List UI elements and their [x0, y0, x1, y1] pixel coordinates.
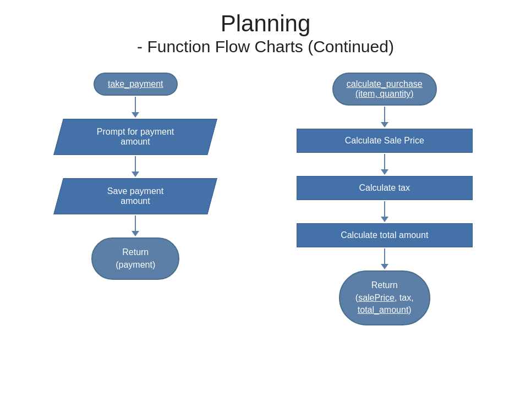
title-line2: - Function Flow Charts (Continued) [0, 37, 531, 56]
right-end-label: Return(salePrice, tax,total_amount) [355, 280, 414, 314]
arrow-line [135, 156, 136, 172]
left-para2-label: Save paymentamount [70, 186, 201, 206]
right-rect1: Calculate Sale Price [297, 129, 473, 153]
right-rect2-label: Calculate tax [359, 183, 410, 192]
right-start-label: calculate_purchase(item, quantity) [347, 79, 423, 98]
arrow-head [381, 264, 388, 269]
right-flow: calculate_purchase(item, quantity) Calcu… [297, 73, 473, 325]
left-end-oval: Return(payment) [91, 237, 179, 280]
arrow-3-right [381, 201, 388, 222]
left-para1: Prompt for paymentamount [53, 119, 217, 155]
right-rect3-label: Calculate total amount [341, 230, 428, 240]
left-para1-label: Prompt for paymentamount [70, 127, 201, 147]
left-para2: Save paymentamount [53, 178, 217, 214]
left-para1-wrapper: Prompt for paymentamount [58, 119, 212, 155]
arrow-line [384, 107, 385, 122]
arrow-head [381, 122, 388, 128]
arrow-line [384, 154, 385, 169]
arrow-head [132, 172, 139, 177]
arrow-head [381, 169, 388, 175]
left-end-label: Return(payment) [116, 247, 155, 269]
arrow-2-left [132, 156, 139, 177]
arrow-line [135, 97, 136, 112]
right-end-oval: Return(salePrice, tax,total_amount) [339, 270, 430, 325]
arrow-head [132, 112, 139, 118]
arrow-line [135, 215, 136, 231]
arrow-4-right [381, 248, 388, 269]
right-rect2: Calculate tax [297, 176, 473, 200]
arrow-2-right [381, 154, 388, 175]
arrow-3-left [132, 215, 139, 236]
title-line1: Planning [0, 10, 531, 37]
right-rect1-label: Calculate Sale Price [345, 136, 424, 145]
left-para2-wrapper: Save paymentamount [58, 178, 212, 214]
left-start-label: take_payment [108, 79, 163, 89]
arrow-head [381, 217, 388, 222]
arrow-head [132, 231, 139, 236]
flowcharts-container: take_payment Prompt for paymentamount Sa… [0, 62, 531, 325]
arrow-1-right [381, 107, 388, 128]
right-rect3: Calculate total amount [297, 223, 473, 247]
arrow-line [384, 248, 385, 264]
left-start-oval: take_payment [94, 73, 178, 96]
arrow-line [384, 201, 385, 217]
left-flow: take_payment Prompt for paymentamount Sa… [58, 73, 212, 280]
arrow-1-left [132, 97, 139, 118]
page-title: Planning - Function Flow Charts (Continu… [0, 0, 531, 56]
right-start-oval: calculate_purchase(item, quantity) [332, 73, 437, 106]
